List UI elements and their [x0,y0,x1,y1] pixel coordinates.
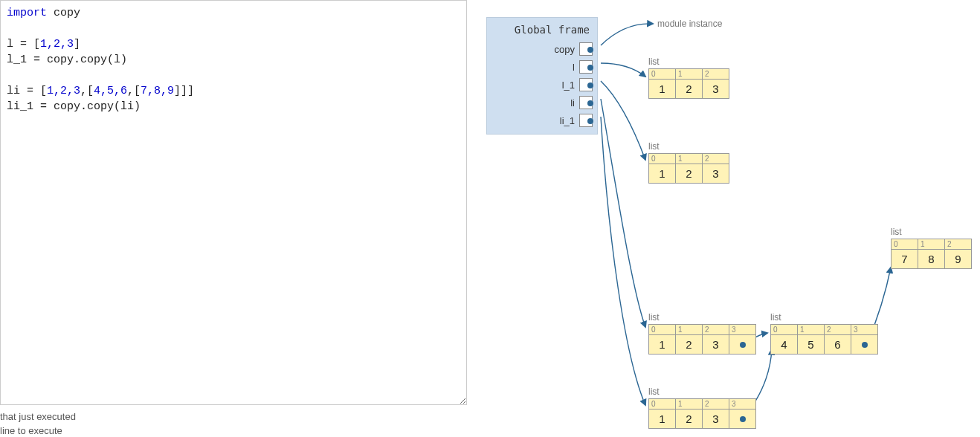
idx-cell: 0 [649,69,676,80]
code-text: ]]] [174,85,194,97]
code-text: li_1 = copy.copy(li) [7,100,141,113]
val-cell: 3 [703,164,729,184]
idx-cell: 3 [851,325,878,335]
var-row-li: li [487,94,597,111]
code-nums: 7,8,9 [141,85,174,97]
val-cell: 6 [825,335,851,355]
code-nums: 1,2,3 [47,85,80,97]
global-frame: Global frame copy l l_1 li li_1 [486,17,598,135]
var-row-li1: li_1 [487,111,597,129]
legend-next: line to execute [0,425,62,436]
val-cell: 3 [703,335,729,355]
code-text: l_1 = copy.copy(l) [7,54,127,66]
idx-cell: 2 [703,325,729,335]
val-cell: 1 [649,80,676,99]
ref-cell [729,410,756,429]
var-box [579,60,593,74]
code-editor[interactable]: import copy l = [1,2,3] l_1 = copy.copy(… [0,0,467,405]
pointer-dot [862,342,868,348]
list-label: list [648,386,660,397]
val-cell: 1 [649,164,676,184]
var-row-l1: l_1 [487,76,597,94]
list-l: 0 1 2 1 2 3 [648,68,729,99]
var-row-l: l [487,58,597,76]
idx-cell: 0 [892,239,918,250]
var-name: li [570,97,579,109]
code-nums: 4,5,6 [94,85,127,97]
idx-cell: 2 [825,325,851,335]
ref-cell [851,335,878,355]
val-cell: 3 [703,410,729,429]
var-row-copy: copy [487,40,597,58]
val-cell: 3 [703,80,729,99]
idx-cell: 0 [771,325,798,335]
list-label: list [648,56,660,67]
val-cell: 7 [892,250,918,269]
frame-title: Global frame [487,22,597,40]
visualization-pane: Global frame copy l l_1 li li_1 module i… [476,0,980,437]
var-name: l_1 [562,80,579,91]
list-label: list [648,312,660,323]
val-cell: 1 [649,410,676,429]
code-text: copy [47,7,80,19]
val-cell: 2 [676,335,703,355]
pointer-dot [740,342,746,348]
var-box [579,96,593,109]
idx-cell: 1 [676,154,703,164]
val-cell: 1 [649,335,676,355]
var-box [579,114,593,127]
idx-cell: 2 [945,239,972,250]
ref-cell [729,335,756,355]
idx-cell: 3 [729,325,756,335]
idx-cell: 2 [703,69,729,80]
val-cell: 9 [945,250,972,269]
list-label: list [648,141,660,152]
var-name: li_1 [560,115,579,126]
var-box [579,78,593,91]
list-l1: 0 1 2 1 2 3 [648,153,729,184]
code-nums: 1,2,3 [40,38,74,51]
idx-cell: 0 [649,325,676,335]
val-cell: 2 [676,80,703,99]
idx-cell: 1 [676,399,703,410]
list-li1: 0 1 2 3 1 2 3 [648,398,756,429]
idx-cell: 2 [703,154,729,164]
idx-cell: 3 [729,399,756,410]
idx-cell: 0 [649,154,676,164]
code-text: li = [ [7,85,47,97]
idx-cell: 1 [798,325,825,335]
list-label: list [891,227,902,237]
list-inner2: 0 1 2 7 8 9 [891,239,972,269]
var-box [579,42,593,56]
val-cell: 2 [676,410,703,429]
pointer-dot [587,100,593,106]
val-cell: 4 [771,335,798,355]
var-name: copy [555,44,579,55]
kw-import: import [7,7,47,19]
idx-cell: 1 [676,325,703,335]
pointer-dot [587,118,593,124]
pointer-dot [587,65,593,71]
var-name: l [573,62,579,73]
list-label: list [770,312,781,323]
legend-executed: that just executed [0,411,76,422]
val-cell: 8 [918,250,945,269]
list-li: 0 1 2 3 1 2 3 [648,324,756,355]
idx-cell: 2 [703,399,729,410]
pointer-dot [587,82,593,88]
idx-cell: 1 [676,69,703,80]
code-text: ,[ [127,85,141,97]
code-text: ,[ [80,85,94,97]
val-cell: 5 [798,335,825,355]
idx-cell: 1 [918,239,945,250]
pointer-dot [740,416,746,422]
idx-cell: 0 [649,399,676,410]
pointer-dot [587,47,593,53]
code-text: l = [ [7,38,40,51]
module-instance-label: module instance [657,19,722,29]
code-text: ] [74,38,80,51]
list-inner1: 0 1 2 3 4 5 6 [770,324,878,355]
val-cell: 2 [676,164,703,184]
